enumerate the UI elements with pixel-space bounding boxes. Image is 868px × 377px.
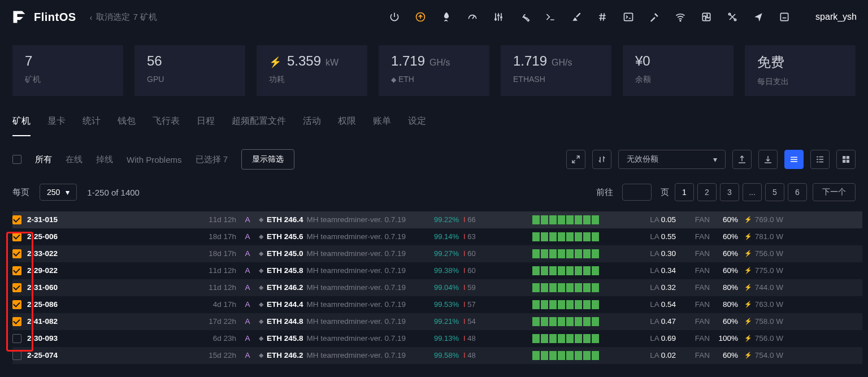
table-row[interactable]: 2-41-08217d 22hA◆ ETH 244.8 MH teamredmi… bbox=[12, 313, 862, 330]
gpu-bar-icon bbox=[592, 334, 599, 343]
page-2[interactable]: 2 bbox=[697, 183, 717, 201]
row-checkbox[interactable] bbox=[12, 249, 21, 258]
tab-10[interactable]: 设定 bbox=[408, 115, 426, 136]
card-value: 7 bbox=[25, 53, 32, 69]
row-checkbox[interactable] bbox=[12, 351, 21, 360]
page-5[interactable]: 5 bbox=[765, 183, 784, 201]
tab-2[interactable]: 统计 bbox=[83, 115, 101, 136]
hashrate: ◆ ETH 246.4 MH teamredminer-ver. 0.7.19 bbox=[259, 215, 434, 224]
gauge-icon[interactable] bbox=[466, 11, 479, 23]
gpu-bar-icon bbox=[541, 266, 548, 275]
view-grid-icon[interactable] bbox=[836, 150, 856, 169]
view-detail-icon[interactable] bbox=[810, 150, 830, 169]
svg-point-3 bbox=[501, 17, 502, 19]
tab-3[interactable]: 钱包 bbox=[118, 115, 136, 136]
selection-breadcrumb[interactable]: ‹ 取消选定 7 矿机 bbox=[90, 12, 158, 23]
next-page-button[interactable]: 下一个 bbox=[813, 183, 856, 201]
console-icon[interactable] bbox=[622, 11, 635, 23]
hash-icon[interactable] bbox=[596, 11, 609, 23]
hashrate: ◆ ETH 244.4 MH teamredminer-ver. 0.7.19 bbox=[259, 300, 434, 309]
table-row[interactable]: 2-30-0936d 23hA◆ ETH 245.8 MH teamredmin… bbox=[12, 330, 862, 347]
bolt-icon: ⚡ bbox=[744, 250, 752, 257]
tools-icon[interactable] bbox=[726, 11, 739, 23]
gpu-bars bbox=[481, 215, 640, 224]
table-row[interactable]: 2-31-06011d 12hA◆ ETH 246.2 MH teamredmi… bbox=[12, 279, 862, 296]
gpu-bar-icon bbox=[592, 249, 599, 258]
page-1[interactable]: 1 bbox=[675, 183, 694, 201]
gpu-bar-icon bbox=[592, 351, 599, 360]
invalid-shares: I 54 bbox=[463, 317, 481, 326]
upload-icon[interactable] bbox=[732, 150, 752, 169]
share-icon[interactable] bbox=[752, 11, 765, 23]
select-all-checkbox[interactable] bbox=[12, 155, 21, 164]
filter-selected[interactable]: 已选择 7 bbox=[196, 154, 228, 165]
gpu-bar-icon bbox=[575, 215, 582, 224]
sort-select[interactable]: 无效份额 ▾ bbox=[618, 150, 726, 169]
row-checkbox[interactable] bbox=[12, 317, 21, 326]
expand-icon[interactable] bbox=[566, 150, 585, 169]
svg-rect-12 bbox=[847, 156, 849, 159]
wrench-icon[interactable] bbox=[518, 11, 531, 23]
power-icon[interactable] bbox=[388, 11, 401, 23]
tab-8[interactable]: 权限 bbox=[338, 115, 356, 136]
gpu-bar-icon bbox=[541, 232, 548, 241]
gpu-bar-icon bbox=[558, 266, 565, 275]
upgrade-icon[interactable] bbox=[414, 11, 427, 23]
gpu-bar-icon bbox=[558, 283, 565, 292]
gpu-bar-icon bbox=[532, 249, 540, 258]
page-6[interactable]: 6 bbox=[788, 183, 807, 201]
row-checkbox[interactable] bbox=[12, 283, 21, 292]
table-row[interactable]: 2-25-0864d 17hA◆ ETH 244.4 MH teamredmin… bbox=[12, 296, 862, 313]
tab-9[interactable]: 账单 bbox=[373, 115, 391, 136]
table-row[interactable]: 2-29-02211d 12hA◆ ETH 245.8 MH teamredmi… bbox=[12, 262, 862, 279]
tab-5[interactable]: 日程 bbox=[197, 115, 215, 136]
per-page-select[interactable]: 250 ▾ bbox=[40, 184, 77, 201]
sliders-icon[interactable] bbox=[492, 11, 505, 23]
goto-input[interactable] bbox=[622, 184, 652, 201]
gpu-bars bbox=[481, 266, 640, 275]
terminal-icon[interactable] bbox=[544, 11, 557, 23]
uptime: 11d 12h bbox=[197, 215, 236, 224]
row-checkbox[interactable] bbox=[12, 334, 21, 343]
view-list-icon[interactable] bbox=[784, 150, 804, 169]
invalid-shares: I 59 bbox=[463, 283, 481, 292]
load-avg: LA 0.47 bbox=[640, 317, 676, 326]
svg-rect-11 bbox=[843, 156, 845, 159]
stat-card: 1.719GH/s◆ ETH bbox=[379, 45, 489, 96]
show-filter-button[interactable]: 显示筛选 bbox=[241, 149, 294, 170]
filter-online[interactable]: 在线 bbox=[66, 154, 83, 165]
row-checkbox[interactable] bbox=[12, 300, 21, 309]
table-row[interactable]: 2-31-01511d 12hA◆ ETH 246.4 MH teamredmi… bbox=[12, 211, 862, 228]
table-row[interactable]: 2-25-00618d 17hA◆ ETH 245.6 MH teamredmi… bbox=[12, 228, 862, 245]
tab-6[interactable]: 超频配置文件 bbox=[232, 115, 286, 136]
pickaxe-icon[interactable] bbox=[648, 11, 661, 23]
table-row[interactable]: 2-25-07415d 22hA◆ ETH 246.2 MH teamredmi… bbox=[12, 347, 862, 364]
sort-toggle-icon[interactable] bbox=[592, 150, 611, 169]
username[interactable]: spark_ysh bbox=[815, 12, 857, 22]
row-checkbox[interactable] bbox=[12, 266, 21, 275]
tab-7[interactable]: 活动 bbox=[303, 115, 321, 136]
broom-icon[interactable] bbox=[570, 11, 583, 23]
rocket-icon[interactable] bbox=[440, 11, 453, 23]
page-3[interactable]: 3 bbox=[720, 183, 739, 201]
tab-0[interactable]: 矿机 bbox=[12, 115, 31, 136]
tab-4[interactable]: 飞行表 bbox=[153, 115, 180, 136]
download-icon[interactable] bbox=[758, 150, 778, 169]
per-page-value: 250 bbox=[47, 188, 60, 197]
wifi-icon[interactable] bbox=[674, 11, 687, 23]
filter-all[interactable]: 所有 bbox=[35, 154, 52, 165]
card-value: 免费 bbox=[757, 53, 784, 71]
load-avg: LA 0.32 bbox=[640, 283, 676, 292]
fan-icon[interactable] bbox=[700, 11, 713, 23]
minimize-icon[interactable] bbox=[778, 11, 791, 23]
page-...[interactable]: ... bbox=[743, 183, 762, 201]
eth-icon: ◆ bbox=[391, 76, 396, 84]
table-row[interactable]: 2-33-02218d 17hA◆ ETH 245.0 MH teamredmi… bbox=[12, 245, 862, 262]
filter-problems[interactable]: With Problems bbox=[127, 155, 182, 164]
filter-offline[interactable]: 掉线 bbox=[96, 154, 113, 165]
row-checkbox[interactable] bbox=[12, 215, 21, 224]
gpu-bar-icon bbox=[532, 232, 540, 241]
row-checkbox[interactable] bbox=[12, 232, 21, 241]
tab-1[interactable]: 显卡 bbox=[47, 115, 66, 136]
gpu-bar-icon bbox=[583, 215, 591, 224]
